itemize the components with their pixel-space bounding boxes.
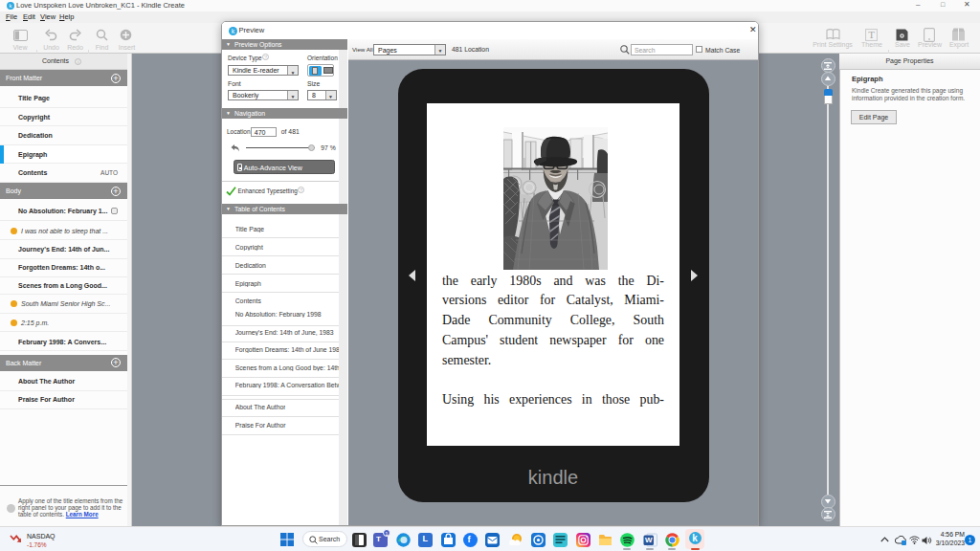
svg-text:W: W [644,536,652,544]
svg-text:T: T [868,29,875,40]
